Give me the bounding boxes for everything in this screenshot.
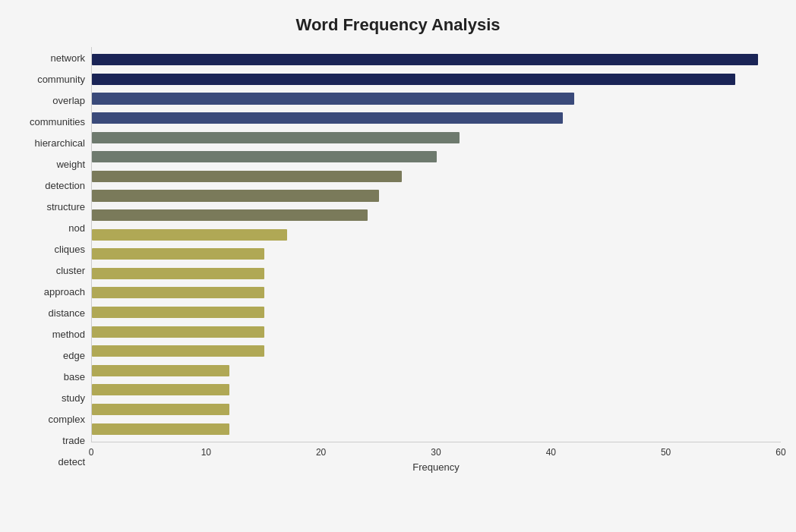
bar-row: [92, 127, 781, 147]
bar: [92, 404, 229, 415]
bar: [92, 190, 379, 201]
bar: [92, 365, 229, 376]
bars-area: [91, 47, 781, 442]
x-tick: 40: [546, 447, 556, 458]
bar-row: [92, 419, 781, 439]
chart-container: Word Frequency Analysis networkcommunity…: [0, 0, 796, 532]
y-label: base: [64, 372, 85, 382]
bar-row: [92, 361, 781, 381]
bar: [92, 326, 264, 338]
bar-row: [92, 50, 781, 70]
bar-row: [92, 283, 781, 303]
bar: [92, 268, 264, 279]
y-label: approach: [44, 287, 85, 297]
y-label: complex: [49, 414, 85, 424]
bar-row: [92, 225, 781, 244]
bar-row: [92, 186, 781, 206]
bar: [92, 171, 402, 182]
bar-row: [92, 70, 781, 90]
bar: [92, 345, 264, 357]
x-tick: 30: [431, 447, 441, 458]
bar-row: [92, 322, 781, 342]
y-axis-labels: networkcommunityoverlapcommunitieshierar…: [15, 47, 91, 473]
bar: [92, 54, 758, 65]
bar-row: [92, 342, 781, 361]
bar: [92, 229, 287, 241]
bar: [92, 132, 460, 143]
y-label: hierarchical: [35, 138, 85, 148]
x-tick: 20: [316, 447, 326, 458]
x-axis: 0102030405060 Frequency: [91, 442, 781, 473]
y-label: overlap: [52, 96, 85, 105]
bar: [92, 248, 264, 260]
bar-row: [92, 167, 781, 187]
y-label: detect: [58, 457, 85, 467]
bar-row: [92, 109, 781, 128]
y-label: distance: [49, 308, 85, 318]
chart-title: Word Frequency Analysis: [15, 15, 781, 35]
bar: [92, 74, 735, 85]
y-label: cliques: [55, 244, 85, 254]
y-label: nod: [68, 223, 85, 233]
y-label: communities: [30, 117, 85, 127]
y-label: structure: [46, 202, 85, 212]
x-axis-label: Frequency: [91, 461, 781, 473]
bar: [92, 93, 574, 104]
bar-row: [92, 400, 781, 420]
bar-row: [92, 147, 781, 167]
bars-and-xaxis: 0102030405060 Frequency: [91, 47, 781, 473]
bar: [92, 112, 563, 124]
bar-row: [92, 380, 781, 400]
bar: [92, 307, 264, 318]
y-label: network: [50, 53, 85, 63]
bar: [92, 209, 368, 221]
y-label: edge: [63, 351, 85, 360]
bar: [92, 384, 229, 395]
bars-inner: [92, 47, 781, 442]
y-label: cluster: [56, 266, 85, 275]
bar-row: [92, 206, 781, 225]
x-tick: 60: [775, 447, 785, 458]
bar: [92, 287, 264, 298]
y-label: study: [62, 393, 85, 403]
y-label: community: [37, 74, 85, 84]
bar-row: [92, 89, 781, 109]
x-tick: 10: [201, 447, 211, 458]
chart-area: networkcommunityoverlapcommunitieshierar…: [15, 47, 781, 473]
y-label: weight: [56, 159, 85, 169]
bar: [92, 423, 229, 435]
bar: [92, 151, 437, 162]
x-tick: 50: [661, 447, 671, 458]
bar-row: [92, 303, 781, 323]
bar-row: [92, 264, 781, 284]
y-label: detection: [45, 181, 85, 190]
x-tick: 0: [89, 447, 94, 458]
y-label: method: [52, 329, 85, 339]
bar-row: [92, 244, 781, 264]
y-label: trade: [62, 436, 85, 445]
